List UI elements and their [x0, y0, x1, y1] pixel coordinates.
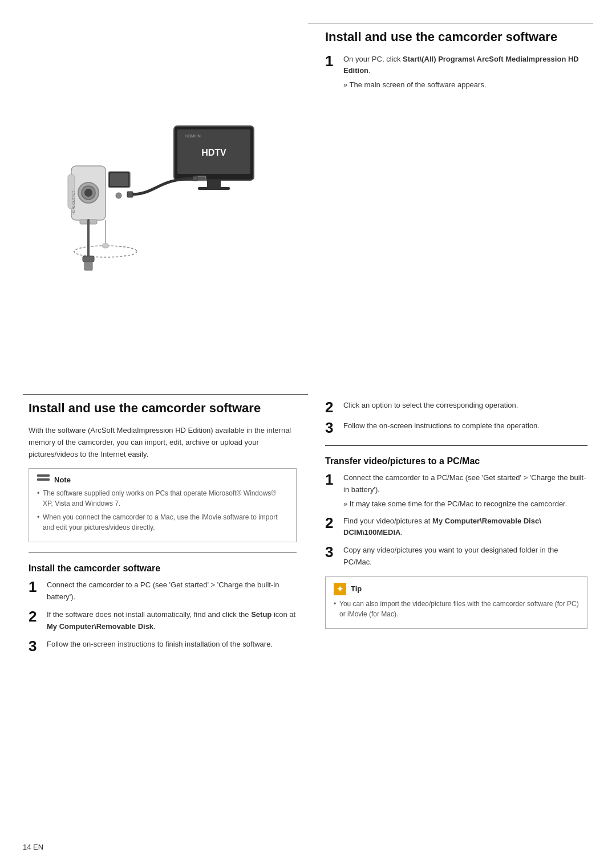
install-step-3-content: Follow the on-screen instructions to fin… [47, 639, 273, 651]
tip-label: Tip [351, 584, 362, 593]
note-item-1: The software supplied only works on PCs … [37, 488, 288, 509]
transfer-step-num-3: 3 [325, 545, 337, 559]
main-section-title: Install and use the camcorder software [29, 400, 297, 417]
svg-rect-23 [83, 256, 94, 262]
note-icon [37, 474, 50, 485]
bottom-left-section: Install and use the camcorder software W… [23, 394, 308, 848]
transfer-steps: 1 Connect the camcorder to a PC/Mac (see… [325, 472, 587, 568]
sub-step: The main screen of the software appears. [343, 79, 587, 91]
step-content: On your PC, click Start\(All) Programs\ … [343, 54, 587, 91]
install-section-title: Install the camcorder software [29, 563, 297, 574]
tip-icon: ✦ [334, 583, 346, 595]
note-header: Note [37, 474, 288, 485]
svg-rect-16 [127, 192, 133, 197]
tip-header: ✦ Tip [334, 583, 579, 595]
step-item: 1 On your PC, click Start\(All) Programs… [325, 54, 587, 91]
top-right-section: Install and use the camcorder software 1… [308, 23, 593, 394]
page: HDTV HDMI IN [0, 0, 616, 865]
transfer-step-2-content: Find your video/pictures at My Computer\… [343, 515, 587, 539]
mycomputer-bold: My Computer\Removable Disk [47, 622, 153, 631]
step-num-2: 2 [325, 400, 337, 415]
transfer-divider [325, 445, 587, 446]
step-3-cont-content: Follow the on-screen instructions to com… [343, 420, 540, 432]
svg-rect-24 [84, 262, 92, 270]
step-num-2: 2 [29, 609, 40, 624]
transfer-step-2: 2 Find your video/pictures at My Compute… [325, 515, 587, 539]
continued-steps: 2 Click an option to select the correspo… [325, 400, 587, 435]
tip-item-1: You can also import the video/picture fi… [334, 599, 579, 619]
svg-rect-17 [193, 176, 197, 181]
transfer-step-1: 1 Connect the camcorder to a PC/Mac (see… [325, 472, 587, 509]
svg-point-14 [116, 193, 121, 198]
step-2-cont: 2 Click an option to select the correspo… [325, 400, 587, 415]
step-2-cont-content: Click an option to select the correspond… [343, 400, 518, 412]
svg-text:HDTV: HDTV [201, 148, 226, 157]
note-box: Note The software supplied only works on… [29, 468, 297, 542]
note-item-2: When you connect the camcorder to a Mac,… [37, 512, 288, 533]
install-steps: 1 Connect the camcorder to a PC (see 'Ge… [29, 579, 297, 653]
tip-box: ✦ Tip You can also import the video/pict… [325, 576, 587, 629]
step-num-3: 3 [29, 639, 40, 653]
step-num-1: 1 [29, 579, 40, 594]
transfer-step-1-content: Connect the camcorder to a PC/Mac (see '… [343, 472, 587, 509]
transfer-step-3-content: Copy any video/pictures you want to your… [343, 545, 587, 568]
transfer-sub-step: It may take some time for the PC/Mac to … [343, 498, 587, 510]
divider [29, 553, 297, 553]
svg-rect-3 [207, 180, 221, 187]
tip-list: You can also import the video/picture fi… [334, 599, 579, 619]
transfer-step-num-1: 1 [325, 472, 337, 487]
page-footer: 14 EN [23, 843, 43, 851]
svg-text:HDMI IN: HDMI IN [185, 134, 201, 138]
note-label: Note [54, 476, 71, 484]
svg-point-10 [84, 189, 92, 197]
diagram-container: HDTV HDMI IN [29, 29, 297, 383]
install-step-2: 2 If the software does not install autom… [29, 609, 297, 633]
top-right-steps: 1 On your PC, click Start\(All) Programs… [325, 54, 587, 91]
intro-text: With the software (ArcSoft MediaImpressi… [29, 425, 297, 460]
top-right-title: Install and use the camcorder software [325, 29, 587, 46]
svg-point-21 [102, 243, 109, 248]
svg-text:HDMI OUTPUT: HDMI OUTPUT [72, 190, 75, 214]
mycomputer-bold2: My Computer\Removable Disc\ DCIM\100MEDI… [343, 517, 541, 537]
svg-rect-4 [198, 187, 230, 190]
diagram-area: HDTV HDMI IN [23, 17, 308, 394]
setup-bold: Setup [251, 610, 271, 619]
bold-text: Start\(All) Programs\ ArcSoft MediaImpre… [343, 55, 579, 75]
install-step-2-content: If the software does not install automat… [47, 609, 297, 633]
diagram-svg: HDTV HDMI IN [54, 115, 271, 297]
svg-rect-12 [110, 173, 128, 186]
transfer-title: Transfer video/pictures to a PC/Mac [325, 456, 587, 466]
step-num-3: 3 [325, 420, 337, 435]
transfer-step-3: 3 Copy any video/pictures you want to yo… [325, 545, 587, 568]
note-list: The software supplied only works on PCs … [37, 488, 288, 533]
step-number: 1 [325, 54, 337, 68]
install-step-1-content: Connect the camcorder to a PC (see 'Get … [47, 579, 297, 603]
transfer-step-num-2: 2 [325, 515, 337, 530]
step-3-cont: 3 Follow the on-screen instructions to c… [325, 420, 587, 435]
install-step-1: 1 Connect the camcorder to a PC (see 'Ge… [29, 579, 297, 603]
bottom-right-section: 2 Click an option to select the correspo… [308, 394, 593, 848]
install-step-3: 3 Follow the on-screen instructions to f… [29, 639, 297, 653]
